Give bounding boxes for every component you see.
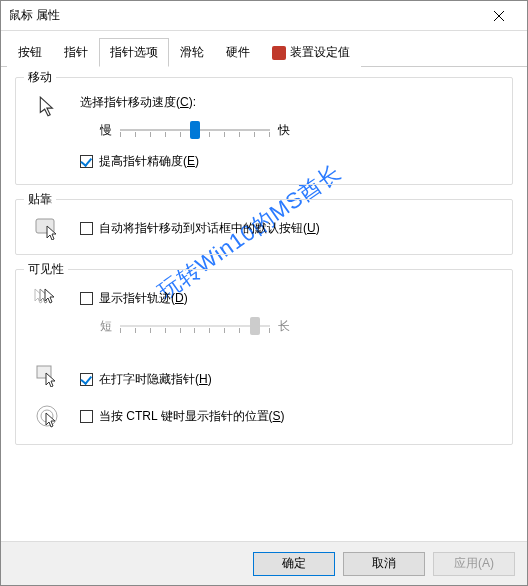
tab-pointer-options[interactable]: 指针选项: [99, 38, 169, 67]
apply-button: 应用(A): [433, 552, 515, 576]
hide-while-typing-label: 在打字时隐藏指针(H): [99, 371, 212, 388]
pointer-trails-label: 显示指针轨迹(D): [99, 290, 188, 307]
trails-icon: [34, 288, 62, 310]
cursor-icon: [37, 96, 59, 118]
snap-to-default-checkbox[interactable]: 自动将指针移动到对话框中的默认按钮(U): [80, 220, 500, 237]
window-title: 鼠标 属性: [9, 7, 479, 24]
pointer-speed-label: 选择指针移动速度(C):: [80, 94, 500, 111]
snap-icon: [35, 218, 61, 240]
close-button[interactable]: [479, 4, 519, 28]
group-visibility: 可见性 显示指针轨迹(D) 短: [15, 269, 513, 445]
ctrl-locate-icon: [35, 404, 61, 430]
tab-strip: 按钮 指针 指针选项 滑轮 硬件 装置设定值: [1, 31, 527, 67]
group-motion: 移动 选择指针移动速度(C): 慢: [15, 77, 513, 185]
cancel-button[interactable]: 取消: [343, 552, 425, 576]
show-on-ctrl-checkbox[interactable]: 当按 CTRL 键时显示指针的位置(S): [80, 408, 500, 425]
enhance-precision-label: 提高指针精确度(E): [99, 153, 199, 170]
trails-length-slider: 短 长: [100, 315, 500, 337]
pointer-speed-slider[interactable]: 慢 快: [100, 119, 500, 141]
pointer-trails-checkbox[interactable]: 显示指针轨迹(D): [80, 290, 500, 307]
enhance-precision-checkbox[interactable]: 提高指针精确度(E): [80, 153, 500, 170]
group-visibility-label: 可见性: [24, 261, 68, 278]
tab-device-settings[interactable]: 装置设定值: [261, 38, 361, 67]
group-motion-label: 移动: [24, 69, 56, 86]
long-label: 长: [278, 318, 290, 335]
checkbox-icon: [80, 222, 93, 235]
slow-label: 慢: [100, 122, 112, 139]
group-snap: 贴靠 自动将指针移动到对话框中的默认按钮(U): [15, 199, 513, 255]
tab-hardware[interactable]: 硬件: [215, 38, 261, 67]
mouse-properties-window: 鼠标 属性 按钮 指针 指针选项 滑轮 硬件 装置设定值 玩转Win10的MS酋…: [0, 0, 528, 586]
checkbox-icon: [80, 155, 93, 168]
hide-pointer-icon: [36, 365, 60, 387]
tab-buttons[interactable]: 按钮: [7, 38, 53, 67]
tab-wheel[interactable]: 滑轮: [169, 38, 215, 67]
short-label: 短: [100, 318, 112, 335]
tab-pointers[interactable]: 指针: [53, 38, 99, 67]
checkbox-icon: [80, 410, 93, 423]
checkbox-icon: [80, 292, 93, 305]
device-settings-icon: [272, 46, 286, 60]
dialog-footer: 确定 取消 应用(A): [1, 541, 527, 585]
fast-label: 快: [278, 122, 290, 139]
titlebar: 鼠标 属性: [1, 1, 527, 31]
ok-button[interactable]: 确定: [253, 552, 335, 576]
group-snap-label: 贴靠: [24, 191, 56, 208]
close-icon: [494, 11, 504, 21]
show-on-ctrl-label: 当按 CTRL 键时显示指针的位置(S): [99, 408, 285, 425]
hide-while-typing-checkbox[interactable]: 在打字时隐藏指针(H): [80, 371, 500, 388]
checkbox-icon: [80, 373, 93, 386]
tab-content: 玩转Win10的MS酋长 移动 选择指针移动速度(C): 慢: [1, 67, 527, 541]
snap-to-default-label: 自动将指针移动到对话框中的默认按钮(U): [99, 220, 320, 237]
